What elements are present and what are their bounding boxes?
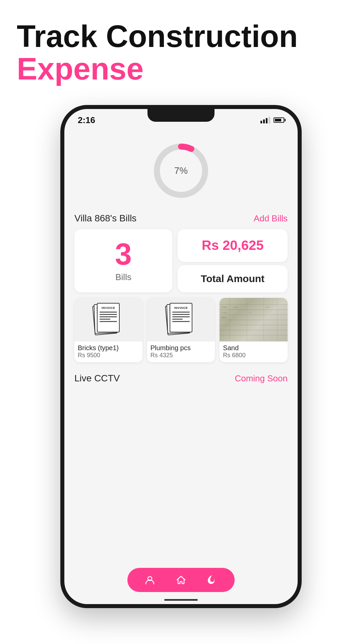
bills-count-label: Bills	[115, 272, 131, 282]
sand-price: Rs 6800	[223, 352, 284, 359]
donut-chart: 7%	[147, 137, 215, 204]
plumbing-info: Plumbing pcs Rs 4325	[147, 341, 215, 362]
signal-bar-1	[260, 121, 262, 123]
amount-wrapper: Rs 20,625 Total Amount	[178, 229, 288, 292]
bill-item-sand[interactable]: Track 4 bags 6800 Sand unit total Sand R…	[220, 298, 288, 362]
home-indicator	[164, 599, 198, 601]
nav-fire-button[interactable]	[205, 573, 220, 587]
invoice-title-p: INVOICE	[174, 306, 188, 310]
invoice-front-p: INVOICE	[170, 303, 192, 332]
line	[172, 314, 190, 315]
phone-notch	[147, 109, 215, 122]
plumbing-price: Rs 4325	[150, 352, 212, 359]
line	[172, 312, 190, 313]
title-line1: Track Construction	[17, 20, 345, 53]
sand-name: Sand	[223, 344, 284, 352]
bottom-nav	[127, 568, 235, 592]
nav-home-button[interactable]	[174, 573, 188, 587]
bills-section-title: Villa 868's Bills	[74, 213, 136, 224]
bill-item-plumbing[interactable]: INVOICE	[147, 298, 215, 362]
bricks-name: Bricks (type1)	[78, 344, 139, 352]
title-line2: Expense	[17, 53, 345, 85]
svg-text:6800: 6800	[221, 316, 227, 319]
signal-bar-4	[268, 117, 270, 123]
line	[100, 321, 117, 322]
sand-info: Sand Rs 6800	[220, 341, 288, 362]
invoice-stack-plumbing: INVOICE	[168, 303, 194, 336]
bricks-image: INVOICE	[74, 298, 142, 341]
sand-image: Track 4 bags 6800 Sand unit total	[220, 298, 288, 341]
svg-text:unit: unit	[248, 312, 251, 314]
add-bills-button[interactable]: Add Bills	[254, 213, 288, 224]
line	[100, 316, 117, 317]
invoice-stack-bricks: INVOICE	[95, 303, 122, 336]
bricks-info: Bricks (type1) Rs 9500	[74, 341, 142, 362]
bricks-price: Rs 9500	[78, 352, 139, 359]
signal-bar-3	[266, 118, 267, 123]
total-amount-label: Total Amount	[201, 273, 264, 284]
screen-content: 7% Villa 868's Bills Add Bills 3 Bills	[64, 127, 298, 604]
signal-icon	[260, 117, 270, 123]
line	[172, 321, 190, 322]
line	[100, 312, 117, 313]
bills-count-card: 3 Bills	[74, 229, 172, 292]
invoice-front: INVOICE	[97, 303, 120, 332]
total-amount-card: Total Amount	[178, 265, 288, 293]
cctv-label: Live CCTV	[74, 373, 120, 384]
phone-screen: 2:16	[64, 109, 298, 604]
svg-text:total: total	[265, 306, 269, 309]
amount-card: Rs 20,625	[178, 229, 288, 262]
svg-text:Sand: Sand	[233, 306, 238, 309]
line	[172, 316, 190, 317]
plumbing-image: INVOICE	[147, 298, 215, 341]
donut-percentage: 7%	[174, 165, 188, 176]
svg-text:Track: Track	[221, 306, 227, 309]
line	[100, 314, 117, 315]
line	[172, 319, 183, 320]
cctv-section: Live CCTV Coming Soon	[74, 369, 288, 390]
plumbing-name: Plumbing pcs	[150, 344, 212, 352]
bill-items-row: INVOICE	[74, 298, 288, 362]
line	[100, 319, 110, 320]
phone-frame: 2:16	[60, 105, 302, 608]
bill-item-bricks[interactable]: INVOICE	[74, 298, 142, 362]
chart-area: 7%	[74, 127, 288, 208]
battery-fill	[275, 119, 281, 121]
invoice-title: INVOICE	[102, 306, 115, 310]
phone-mockup: 2:16	[0, 105, 362, 608]
stats-row: 3 Bills Rs 20,625 Total Amount	[74, 229, 288, 292]
bills-count-value: 3	[115, 239, 132, 269]
status-time: 2:16	[78, 115, 95, 125]
bills-header: Villa 868's Bills Add Bills	[74, 208, 288, 229]
svg-text:4 bags: 4 bags	[221, 311, 227, 314]
nav-profile-button[interactable]	[142, 573, 157, 587]
amount-value: Rs 20,625	[202, 238, 264, 253]
page-header: Track Construction Expense	[0, 0, 362, 92]
status-icons	[260, 117, 284, 123]
battery-icon	[274, 117, 284, 123]
signal-bar-2	[263, 119, 265, 123]
coming-soon-label: Coming Soon	[235, 373, 288, 384]
